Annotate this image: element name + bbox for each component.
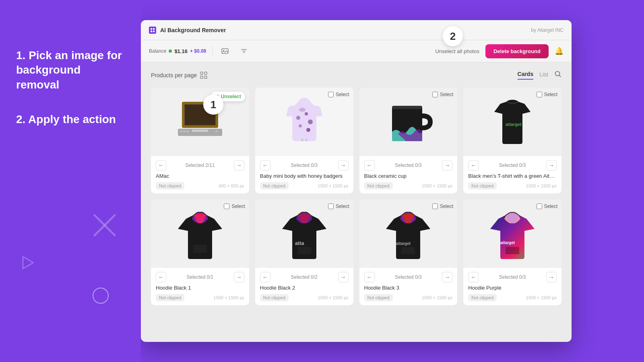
card-expand-right-button[interactable]: →: [338, 272, 349, 282]
baby-body-image: [280, 94, 328, 150]
card-expand-right-button[interactable]: →: [546, 160, 557, 171]
toolbar-right: Unselect all photos Delete background 🔔: [435, 44, 564, 58]
product-image-hoodie2: aita Select: [255, 200, 353, 268]
svg-rect-23: [183, 130, 186, 132]
dimensions-tag: 1500 × 1500 px: [526, 183, 557, 188]
card-expand-right-button[interactable]: →: [234, 272, 244, 282]
delete-background-button[interactable]: Delete background: [485, 44, 549, 58]
card-expand-left-button[interactable]: ←: [156, 160, 166, 171]
product-card-footer: ← Selected 0/3 → Black ceramic cup Not c…: [359, 156, 458, 193]
svg-rect-21: [192, 130, 208, 132]
tab-cards[interactable]: Cards: [518, 71, 534, 80]
svg-text:aitarget: aitarget: [506, 122, 522, 127]
select-label: Select: [440, 204, 453, 209]
product-card-footer: ← Selected 0/3 → Baby mini body with hon…: [255, 156, 353, 193]
image-icon-button[interactable]: [219, 45, 231, 58]
product-card-footer: ← Selected 2/11 → AMac Not clipped 400 ×…: [151, 156, 249, 193]
view-controls: Cards List: [518, 70, 561, 80]
products-header: Products per page Cards List: [151, 70, 561, 80]
svg-line-16: [559, 76, 561, 77]
balance-active-dot: [169, 49, 172, 53]
search-icon[interactable]: [554, 70, 561, 80]
svg-rect-12: [204, 72, 207, 74]
svg-rect-41: [401, 247, 415, 254]
product-card: aitarget Select ← Selected 0/3 →: [463, 200, 561, 305]
card-expand-left-button[interactable]: ←: [156, 272, 166, 282]
step-badge-1: 1: [203, 95, 223, 115]
select-checkbox-area: Select: [537, 92, 557, 97]
step2-text: 2. Apply the action: [16, 112, 125, 127]
hoodie3-image: aitarget: [382, 205, 434, 263]
card-expand-right-button[interactable]: →: [442, 160, 452, 171]
hoodie1-image: [174, 205, 226, 263]
product-name: Hoodie Black 3: [364, 285, 453, 291]
card-expand-left-button[interactable]: ←: [260, 272, 270, 282]
product-card: Select ← Selected 0/3 → Black ceramic cu…: [359, 88, 458, 193]
select-label: Select: [544, 92, 557, 97]
product-name: Hoodie Black 2: [260, 285, 349, 291]
product-card-footer: ← Selected 0/3 → Black men's T-shirt wit…: [463, 156, 561, 193]
select-checkbox[interactable]: [432, 204, 438, 209]
svg-point-26: [296, 116, 300, 120]
hoodie4-image: aitarget: [486, 205, 539, 263]
selected-count: Selected 0/3: [395, 274, 422, 280]
not-clipped-tag: Not clipped: [260, 182, 289, 189]
svg-rect-11: [200, 72, 203, 74]
select-checkbox[interactable]: [224, 204, 229, 209]
not-clipped-tag: Not clipped: [260, 294, 289, 301]
card-expand-right-button[interactable]: →: [546, 272, 557, 282]
product-card: aitarget Select ← Selected 0/3 →: [359, 200, 458, 305]
balance-section: Balance $1.16 + $0.08: [149, 48, 206, 54]
svg-rect-39: [297, 247, 311, 254]
select-checkbox[interactable]: [537, 204, 542, 209]
card-expand-right-button[interactable]: →: [442, 272, 452, 282]
not-clipped-tag: Not clipped: [364, 294, 393, 301]
product-card: Select ← Selected 0/3 → Baby mini body w…: [255, 88, 353, 193]
card-expand-left-button[interactable]: ←: [468, 272, 479, 282]
product-name: Baby mini body with honey badgers: [260, 173, 349, 179]
card-expand-right-button[interactable]: →: [338, 160, 349, 171]
card-expand-left-button[interactable]: ←: [468, 160, 479, 171]
decorative-circle-icon: [93, 288, 109, 304]
balance-add: + $0.08: [190, 48, 206, 54]
dimensions-tag: 1500 × 1500 px: [214, 295, 244, 300]
product-name: Hoodie Black 1: [156, 285, 244, 291]
unselect-label: Unselect: [221, 94, 241, 99]
select-checkbox[interactable]: [328, 92, 334, 97]
svg-point-27: [305, 112, 308, 115]
dimensions-tag: 400 × 600 px: [219, 183, 244, 188]
select-checkbox[interactable]: [432, 92, 438, 97]
card-expand-right-button[interactable]: →: [234, 160, 244, 171]
tshirt-image: aitarget: [486, 94, 539, 150]
selected-count: Selected 0/3: [291, 162, 318, 168]
card-expand-left-button[interactable]: ←: [364, 160, 375, 171]
product-card-footer: ← Selected 0/3 → Hoodie Purple Not clipp…: [463, 268, 561, 305]
svg-rect-4: [151, 31, 152, 32]
grid-settings-icon: [200, 72, 207, 79]
svg-point-30: [306, 128, 310, 132]
product-tags: Not clipped 400 × 600 px: [156, 182, 244, 189]
product-image-cup: Select: [359, 88, 458, 156]
select-label: Select: [544, 204, 557, 209]
app-by: by Aitarget INC: [531, 27, 564, 33]
toolbar: Balance $1.16 + $0.08 Unselect all photo…: [141, 40, 572, 62]
svg-point-32: [301, 139, 303, 141]
selected-count: Selected 0/3: [499, 162, 526, 168]
step-badge-2: 2: [443, 26, 463, 46]
select-checkbox-area: Select: [328, 204, 349, 209]
select-checkbox[interactable]: [328, 204, 334, 209]
product-image-tshirt: aitarget Select: [463, 88, 561, 156]
dimensions-tag: 1500 × 1500 px: [318, 295, 348, 300]
select-checkbox-area: Select: [537, 204, 557, 209]
selected-count: Selected 0/1: [187, 274, 214, 280]
card-expand-left-button[interactable]: ←: [260, 160, 270, 171]
unselect-all-button[interactable]: Unselect all photos: [435, 48, 479, 54]
svg-rect-5: [153, 31, 155, 32]
tab-list[interactable]: List: [539, 71, 548, 79]
select-checkbox-area: Select: [224, 204, 245, 209]
select-checkbox[interactable]: [537, 92, 542, 97]
filter-icon-button[interactable]: [237, 45, 250, 58]
select-label: Select: [336, 92, 349, 97]
svg-point-15: [555, 72, 560, 76]
card-expand-left-button[interactable]: ←: [364, 272, 375, 282]
